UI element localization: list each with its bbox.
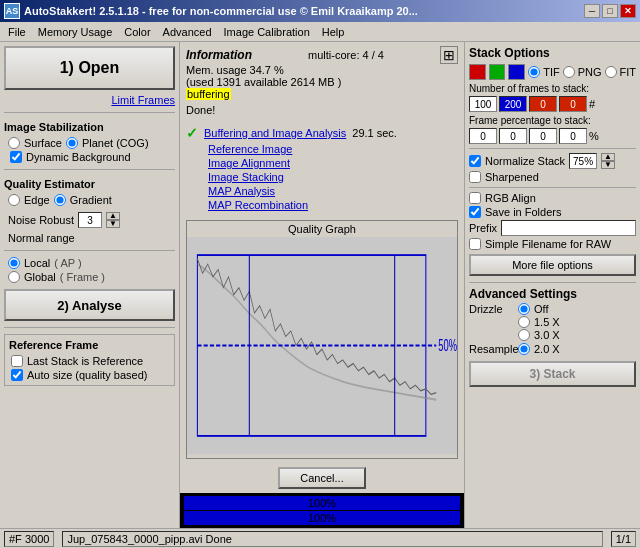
maximize-button[interactable]: □	[602, 4, 618, 18]
normalize-spin-down[interactable]: ▼	[601, 161, 615, 169]
process-name-1[interactable]: Reference Image	[208, 143, 292, 155]
normalize-label: Normalize Stack	[485, 155, 565, 167]
drizzle-1-5-label: 1.5 X	[534, 316, 560, 328]
pct-symbol: %	[589, 130, 599, 142]
png-radio[interactable]	[563, 66, 575, 78]
menu-help[interactable]: Help	[316, 24, 351, 40]
app-icon: AS	[4, 3, 20, 19]
drizzle-off-radio[interactable]	[518, 303, 530, 315]
analyse-button[interactable]: 2) Analyse	[4, 289, 175, 321]
frame-pct-input-4[interactable]	[559, 128, 587, 144]
quality-graph-container: Quality Graph 50%	[186, 220, 458, 459]
edge-radio[interactable]	[8, 194, 20, 206]
frame-pct-input-3[interactable]	[529, 128, 557, 144]
menu-advanced[interactable]: Advanced	[157, 24, 218, 40]
noise-robust-input[interactable]	[78, 212, 102, 228]
planet-cog-radio[interactable]	[66, 137, 78, 149]
process-name-5[interactable]: MAP Recombination	[208, 199, 308, 211]
process-list: ✓ Buffering and Image Analysis 29.1 sec.…	[180, 120, 464, 216]
normalize-input[interactable]	[569, 153, 597, 169]
stabilization-options: Surface Planet (COG) Dynamic Background	[4, 137, 175, 163]
process-item-0: ✓ Buffering and Image Analysis 29.1 sec.	[186, 124, 458, 142]
drizzle-row: Drizzle Off 1.5 X 3.0 X	[469, 303, 636, 341]
normal-range-label: Normal range	[4, 232, 175, 244]
simple-filename-label: Simple Filename for RAW	[485, 238, 611, 250]
normalize-checkbox[interactable]	[469, 155, 481, 167]
title-bar: AS AutoStakkert! 2.5.1.18 - free for non…	[0, 0, 640, 22]
frames-input-2[interactable]	[499, 96, 527, 112]
limit-frames-link[interactable]: Limit Frames	[111, 94, 175, 106]
process-item-3: Image Stacking	[186, 170, 458, 184]
minimize-button[interactable]: ─	[584, 4, 600, 18]
dynamic-background-checkbox[interactable]	[10, 151, 22, 163]
frame-pct-input-2[interactable]	[499, 128, 527, 144]
drizzle-1-5-radio[interactable]	[518, 316, 530, 328]
sharpened-checkbox[interactable]	[469, 171, 481, 183]
progress-bar-2: 100%	[184, 511, 460, 525]
drizzle-3-0-radio[interactable]	[518, 329, 530, 341]
simple-filename-checkbox[interactable]	[469, 238, 481, 250]
resample-label: Resample	[469, 343, 514, 355]
frames-input-3[interactable]	[529, 96, 557, 112]
process-name-3[interactable]: Image Stacking	[208, 171, 284, 183]
drizzle-label: Drizzle	[469, 303, 514, 315]
process-name-4[interactable]: MAP Analysis	[208, 185, 275, 197]
open-button[interactable]: 1) Open	[4, 46, 175, 90]
reference-frame-section: Reference Frame Last Stack is Reference …	[4, 334, 175, 386]
resample-2-0-label: 2.0 X	[534, 343, 560, 355]
process-item-1: Reference Image	[186, 142, 458, 156]
local-radio[interactable]	[8, 257, 20, 269]
save-folders-checkbox[interactable]	[469, 206, 481, 218]
blue-color-box	[508, 64, 525, 80]
gradient-label: Gradient	[70, 194, 112, 206]
process-time-0: 29.1 sec.	[352, 127, 397, 139]
prefix-row: Prefix	[469, 220, 636, 236]
menu-image-calibration[interactable]: Image Calibration	[218, 24, 316, 40]
last-stack-ref-checkbox[interactable]	[11, 355, 23, 367]
tif-radio[interactable]	[528, 66, 540, 78]
rgb-align-checkbox[interactable]	[469, 192, 481, 204]
dynamic-background-label: Dynamic Background	[26, 151, 131, 163]
normalize-spinner: ▲ ▼	[601, 153, 615, 169]
right-divider-2	[469, 187, 636, 188]
last-stack-ref-label: Last Stack is Reference	[27, 355, 143, 367]
stack-options-title: Stack Options	[469, 46, 636, 60]
gradient-radio[interactable]	[54, 194, 66, 206]
noise-spin-down[interactable]: ▼	[106, 220, 120, 228]
normalize-row: Normalize Stack ▲ ▼	[469, 153, 636, 169]
more-options-button[interactable]: More file options	[469, 254, 636, 276]
quality-graph-title: Quality Graph	[187, 221, 457, 237]
auto-size-checkbox[interactable]	[11, 369, 23, 381]
rgb-align-row: RGB Align	[469, 192, 636, 204]
quality-graph-svg: 50%	[187, 237, 457, 454]
quality-options: Edge Gradient	[4, 194, 175, 206]
global-option: Global ( Frame )	[8, 271, 175, 283]
drizzle-3-0-row: 3.0 X	[518, 329, 560, 341]
prefix-input[interactable]	[501, 220, 636, 236]
close-button[interactable]: ✕	[620, 4, 636, 18]
resample-2-0-radio[interactable]	[518, 343, 530, 355]
stack-button[interactable]: 3) Stack	[469, 361, 636, 387]
menu-memory-usage[interactable]: Memory Usage	[32, 24, 119, 40]
menu-color[interactable]: Color	[118, 24, 156, 40]
process-name-2[interactable]: Image Alignment	[208, 157, 290, 169]
frame-pct-row: %	[469, 128, 636, 144]
hash-symbol: #	[589, 98, 595, 110]
global-radio[interactable]	[8, 271, 20, 283]
status-frame: #F 3000	[4, 531, 54, 547]
cancel-btn-row: Cancel...	[180, 463, 464, 493]
fit-radio[interactable]	[605, 66, 617, 78]
frame-pct-input-1[interactable]	[469, 128, 497, 144]
drizzle-options: Off 1.5 X 3.0 X	[518, 303, 560, 341]
title-bar-text: AutoStakkert! 2.5.1.18 - free for non-co…	[24, 5, 418, 17]
cancel-button[interactable]: Cancel...	[278, 467, 365, 489]
local-option: Local ( AP )	[8, 257, 175, 269]
right-divider-3	[469, 282, 636, 283]
menu-file[interactable]: File	[2, 24, 32, 40]
surface-radio[interactable]	[8, 137, 20, 149]
frames-input-4[interactable]	[559, 96, 587, 112]
expand-icon[interactable]: ⊞	[440, 46, 458, 64]
fit-label: FIT	[620, 66, 637, 78]
frames-input-1[interactable]	[469, 96, 497, 112]
process-name-0[interactable]: Buffering and Image Analysis	[204, 127, 346, 139]
